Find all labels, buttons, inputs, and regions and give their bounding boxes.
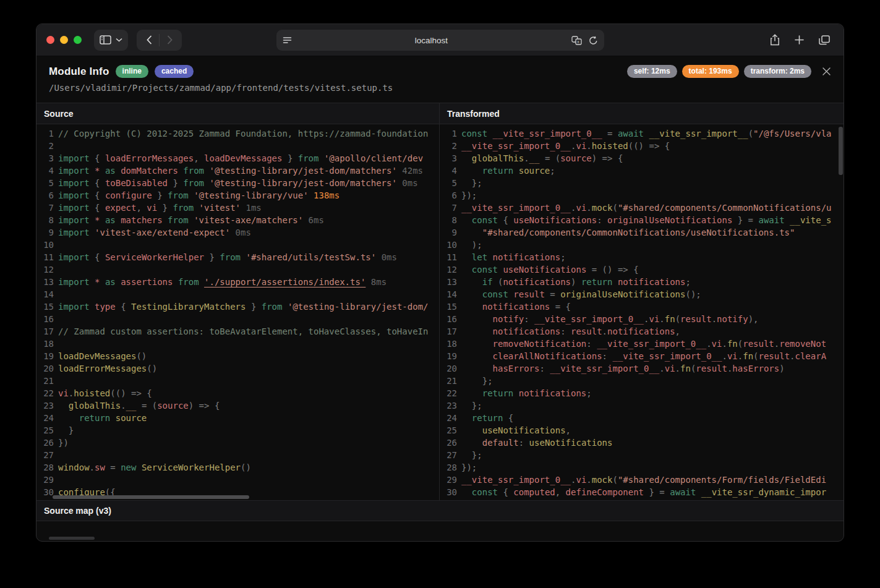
new-tab-icon[interactable] [795, 35, 804, 45]
line-number: 12 [440, 263, 457, 276]
back-button[interactable] [139, 32, 159, 49]
nav-buttons [137, 30, 182, 51]
line-number: 9 [36, 226, 54, 239]
code-line: 3 globalThis.__ = (source) => { [440, 152, 844, 164]
tabs-overview-icon[interactable] [819, 35, 830, 45]
code-line: 8import * as matchers from 'vitest-axe/m… [36, 214, 439, 226]
code-line: 4import * as domMatchers from '@testing-… [36, 164, 439, 177]
line-number: 12 [36, 263, 54, 276]
code-text: }; [461, 401, 482, 411]
code-line: 8 const { useNotifications: originalUseN… [440, 214, 844, 226]
line-number: 10 [36, 239, 54, 251]
traffic-lights [46, 36, 82, 44]
code-text: const useNotifications = () => { [461, 265, 639, 275]
forward-button[interactable] [160, 32, 179, 49]
line-number: 9 [440, 226, 457, 239]
code-panels: Source 1// Copyright (C) 2012-2025 Zamma… [36, 103, 844, 500]
line-number: 29 [440, 474, 457, 486]
line-number: 22 [36, 387, 54, 399]
code-text: import 'vitest-axe/extend-expect' 0ms [58, 228, 251, 237]
code-line: 2__vite_ssr_import_0__.vi.hoisted(() => … [440, 140, 844, 152]
code-text: import * as domMatchers from '@testing-l… [58, 166, 423, 176]
line-number: 3 [440, 152, 457, 164]
code-text: return source [58, 413, 147, 423]
code-line: 26 default: useNotifications [440, 437, 844, 449]
code-text: const __vite_ssr_import_0__ = await __vi… [461, 129, 832, 138]
code-text: }; [461, 376, 493, 386]
share-icon[interactable] [770, 34, 780, 46]
code-line: 19 clearAllNotifications: __vite_ssr_imp… [440, 350, 844, 362]
line-number: 5 [36, 177, 54, 189]
line-number: 25 [36, 424, 54, 437]
line-number: 28 [440, 461, 457, 474]
url-text: localhost [292, 36, 571, 45]
module-link[interactable]: './support/assertions/index.ts' [204, 277, 365, 287]
code-text: const result = originalUseNotifications(… [461, 289, 701, 299]
sidebar-toggle-button[interactable] [94, 30, 128, 51]
code-line: 10 ); [440, 239, 844, 251]
sourcemap-horizontal-scrollbar[interactable] [49, 537, 95, 540]
sourcemap-title: Source map (v3) [36, 500, 844, 521]
source-panel: Source 1// Copyright (C) 2012-2025 Zamma… [36, 103, 440, 500]
line-number: 11 [36, 251, 54, 263]
code-line: 13import * as assertions from './support… [36, 276, 439, 288]
reload-icon[interactable] [589, 36, 598, 45]
self-time-badge: self: 12ms [627, 65, 677, 78]
code-line: 1const __vite_ssr_import_0__ = await __v… [440, 127, 844, 140]
line-number: 30 [440, 486, 457, 498]
code-text: __vite_ssr_import_0__.vi.hoisted(() => { [461, 141, 670, 151]
line-number: 3 [36, 152, 54, 164]
sourcemap-line: 1AAMA;AAeA,yBAAG,QAAQ,MAAM;AACf,aAAW,KAA… [36, 521, 844, 534]
address-bar[interactable]: localhost x [276, 30, 604, 51]
code-text: // Zammad custom assertions: toBeAvatarE… [58, 326, 428, 336]
code-line: 24 return source [36, 412, 439, 424]
code-line: 7import { expect, vi } from 'vitest' 1ms [36, 202, 439, 214]
code-text: import { loadErrorMessages, loadDevMessa… [58, 153, 423, 163]
toolbar-right [770, 34, 834, 46]
code-text: }); [461, 190, 477, 200]
line-number: 18 [440, 338, 457, 350]
code-line: 9import 'vitest-axe/extend-expect' 0ms [36, 226, 439, 239]
code-line: 21 [36, 375, 439, 387]
code-text: }; [461, 178, 482, 188]
code-text: }); [461, 462, 477, 472]
close-window-button[interactable] [46, 36, 54, 44]
transformed-vertical-scrollbar[interactable] [839, 127, 843, 175]
code-text: import type { TestingLibraryMatchers } f… [58, 302, 429, 312]
line-number: 20 [36, 362, 54, 375]
code-line: 15 notifications = { [440, 300, 844, 313]
code-line: 16 [36, 313, 439, 325]
code-line: 19loadDevMessages() [36, 350, 439, 362]
source-horizontal-scrollbar[interactable] [53, 495, 249, 499]
inline-badge: inline [116, 65, 148, 78]
code-line: 1// Copyright (C) 2012-2025 Zammad Found… [36, 127, 439, 140]
zoom-window-button[interactable] [74, 36, 82, 44]
page-format-icon[interactable] [283, 36, 292, 45]
code-text: return source; [461, 166, 555, 176]
code-text: clearAllNotifications: __vite_ssr_import… [461, 351, 826, 361]
code-text: notify: __vite_ssr_import_0__.vi.fn(resu… [461, 314, 759, 324]
code-line: 24 return { [440, 412, 844, 424]
code-text: "#shared/components/CommonNotifications/… [461, 228, 795, 237]
close-icon[interactable] [818, 62, 835, 80]
total-time-badge: total: 193ms [682, 65, 739, 78]
line-number: 28 [36, 461, 54, 474]
code-line: 3import { loadErrorMessages, loadDevMess… [36, 152, 439, 164]
code-line: 12 const useNotifications = () => { [440, 263, 844, 276]
code-line: 6import { configure } from '@testing-lib… [36, 189, 439, 202]
minimize-window-button[interactable] [60, 36, 68, 44]
source-code: 1// Copyright (C) 2012-2025 Zammad Found… [36, 124, 439, 500]
code-text: vi.hoisted(() => { [58, 388, 152, 398]
line-number: 15 [440, 300, 457, 313]
code-text: import * as assertions from './support/a… [58, 277, 387, 287]
page-title: Module Info [49, 66, 109, 78]
line-number: 10 [440, 239, 457, 251]
sidebar-icon [100, 35, 111, 45]
transform-time-badge: transform: 2ms [744, 65, 811, 78]
translate-icon[interactable]: x [571, 36, 583, 45]
code-text: notifications: result.notifications, [461, 326, 680, 336]
code-line: 27 }; [440, 449, 844, 461]
code-text: notifications = { [461, 302, 571, 312]
code-text: const { computed, defineComponent } = aw… [461, 487, 826, 497]
code-line: 25 useNotifications, [440, 424, 844, 437]
